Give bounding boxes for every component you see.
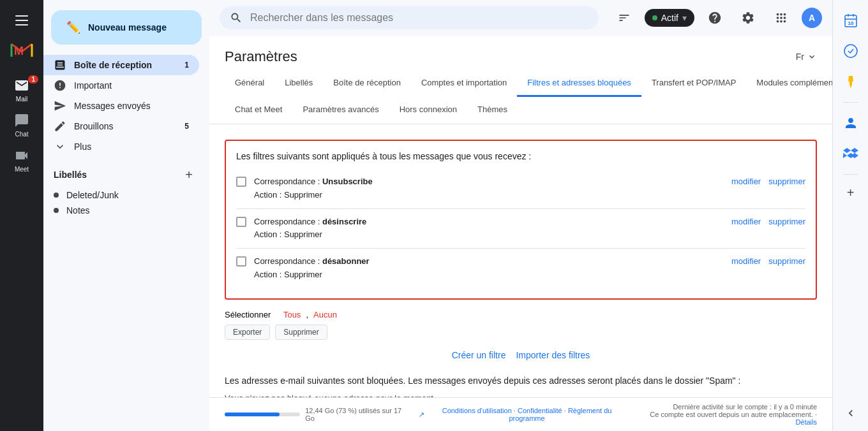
svg-text:M: M — [14, 45, 24, 57]
aucun-link[interactable]: Aucun — [313, 310, 337, 319]
status-pill[interactable]: Actif ▾ — [645, 9, 694, 27]
rail-add-button[interactable]: + — [841, 182, 861, 203]
gmail-logo[interactable]: M — [9, 41, 34, 60]
filter-2-modifier[interactable]: modifier — [731, 217, 761, 226]
importer-filtres-link[interactable]: Importer des filtres — [516, 350, 590, 360]
last-activity-label: Dernière activité sur le compte : il y a… — [673, 403, 817, 411]
creer-filtre-link[interactable]: Créer un filtre — [452, 350, 506, 360]
filter-action-buttons: Exporter Supprimer — [225, 325, 817, 340]
label-notes-label: Notes — [66, 205, 90, 216]
compose-icon: ✏️ — [66, 20, 80, 34]
tab-themes[interactable]: Thèmes — [467, 97, 518, 124]
labels-section-header: Libellés + — [43, 157, 209, 187]
search-bar[interactable] — [220, 6, 599, 29]
advanced-search-button[interactable] — [611, 5, 637, 31]
filter-3-actions: modifier supprimer — [731, 255, 805, 266]
rail-divider — [843, 102, 858, 103]
footer-links: Conditions d'utilisation · Confidentiali… — [424, 407, 629, 422]
settings-tabs: Général Libellés Boîte de réception Comp… — [209, 70, 832, 124]
page-title: Paramètres — [225, 48, 297, 65]
nav-sent-label: Messages envoyés — [74, 101, 151, 111]
nav-item-inbox[interactable]: Boîte de réception 1 — [43, 55, 199, 75]
nav-item-more[interactable]: Plus — [43, 136, 199, 157]
confidentialite-label[interactable]: Confidentialité — [518, 407, 562, 414]
status-dot — [652, 15, 657, 20]
expand-icon — [54, 140, 66, 153]
filter-2-checkbox[interactable] — [236, 217, 246, 227]
tab-boite[interactable]: Boîte de réception — [323, 70, 411, 97]
help-button[interactable] — [702, 5, 728, 31]
settings-header: Paramètres Fr — [209, 36, 832, 65]
rail-dropbox-button[interactable] — [838, 141, 864, 166]
sidebar-item-meet[interactable]: Meet — [0, 143, 43, 178]
page-footer: 12,44 Go (73 %) utilisés sur 17 Go ↗ Con… — [209, 397, 832, 431]
label-deleted-junk[interactable]: Deleted/Junk — [43, 187, 199, 203]
nav-drafts-badge: 5 — [184, 122, 189, 131]
storage-link-icon[interactable]: ↗ — [419, 411, 424, 419]
sidebar-item-chat[interactable]: Chat — [0, 108, 43, 143]
avatar-initial: A — [809, 13, 815, 23]
hamburger-icon — [15, 15, 28, 26]
rail-keep-button[interactable] — [838, 69, 864, 94]
sidebar-item-mail[interactable]: 1 Mail — [0, 73, 43, 108]
filters-title: Les filtres suivants sont appliqués à to… — [236, 151, 805, 161]
rail-tasks-button[interactable] — [838, 38, 864, 64]
add-label-button[interactable]: + — [179, 164, 199, 185]
language-selector[interactable]: Fr — [796, 52, 817, 62]
mail-icon — [14, 78, 29, 93]
blocked-section: Les adresses e-mail suivantes sont bloqu… — [225, 376, 817, 397]
nav-item-drafts[interactable]: Brouillons 5 — [43, 116, 199, 136]
compose-button[interactable]: ✏️ Nouveau message — [51, 10, 202, 45]
mail-badge: 1 — [28, 75, 38, 84]
rail-divider-2 — [843, 174, 858, 175]
right-rail: 10 + — [832, 0, 868, 431]
apps-button[interactable] — [768, 5, 794, 31]
avatar[interactable]: A — [802, 8, 822, 28]
footer-activity: Dernière activité sur le compte : il y a… — [629, 403, 817, 426]
tab-filtres[interactable]: Filtres et adresses bloquées — [517, 70, 641, 97]
rail-calendar-button[interactable]: 10 — [838, 8, 864, 33]
main-content: Les filtres suivants sont appliqués à to… — [209, 124, 832, 397]
label-notes[interactable]: Notes — [43, 203, 199, 218]
tab-hors-connexion[interactable]: Hors connexion — [389, 97, 467, 124]
other-location-label: Ce compte est ouvert depuis un autre emp… — [650, 411, 813, 418]
nav-important-label: Important — [74, 80, 112, 91]
tous-link[interactable]: Tous — [283, 310, 301, 319]
nav-more-label: Plus — [74, 142, 91, 152]
hamburger-menu[interactable] — [6, 5, 37, 36]
tab-params-avances[interactable]: Paramètres avancés — [292, 97, 389, 124]
tab-modules[interactable]: Modules complémentaires — [746, 70, 832, 97]
content-area: Actif ▾ A Paramètres Fr Général Libellés… — [209, 0, 832, 431]
meet-icon — [14, 148, 29, 163]
label-dot-notes — [54, 208, 59, 213]
filter-1-modifier[interactable]: modifier — [731, 177, 761, 186]
filter-row-1: Correspondance : Unsubscribe Action : Su… — [236, 169, 805, 208]
sidebar-nav: 1 Mail Chat Meet — [0, 73, 43, 178]
rail-expand-button[interactable] — [838, 400, 864, 426]
status-chevron: ▾ — [682, 13, 687, 23]
filter-3-modifier[interactable]: modifier — [731, 256, 761, 266]
nav-item-important[interactable]: Important — [43, 75, 199, 96]
filter-2-supprimer[interactable]: supprimer — [768, 217, 805, 226]
tab-transfert[interactable]: Transfert et POP/IMAP — [641, 70, 746, 97]
blocked-title: Les adresses e-mail suivantes sont bloqu… — [225, 376, 817, 386]
tab-general[interactable]: Général — [225, 70, 274, 97]
conditions-label[interactable]: Conditions d'utilisation — [442, 407, 512, 414]
exporter-button[interactable]: Exporter — [225, 325, 270, 340]
tab-comptes[interactable]: Comptes et importation — [411, 70, 517, 97]
tab-libelles[interactable]: Libellés — [274, 70, 323, 97]
nav-item-sent[interactable]: Messages envoyés — [43, 96, 199, 116]
filter-3-checkbox[interactable] — [236, 256, 246, 267]
rail-contacts-button[interactable] — [838, 110, 864, 136]
important-icon — [54, 79, 66, 92]
filter-1-supprimer[interactable]: supprimer — [768, 177, 805, 186]
filter-3-supprimer[interactable]: supprimer — [768, 256, 805, 266]
filter-1-checkbox[interactable] — [236, 177, 246, 187]
svg-point-7 — [844, 45, 857, 57]
search-input[interactable] — [250, 12, 588, 24]
label-dot-deleted — [54, 193, 59, 198]
language-label: Fr — [796, 52, 804, 62]
tab-chat-meet[interactable]: Chat et Meet — [225, 97, 292, 124]
supprimer-button[interactable]: Supprimer — [275, 325, 327, 340]
settings-button[interactable] — [735, 5, 761, 31]
